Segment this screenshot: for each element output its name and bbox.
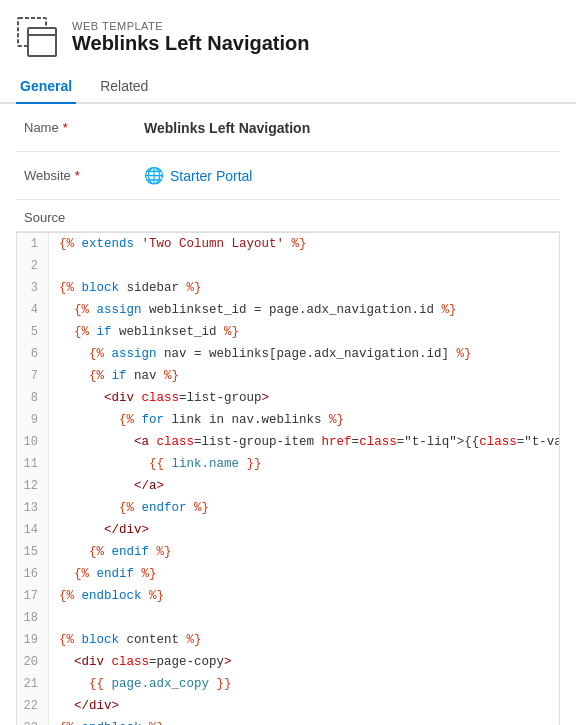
code-line: 13 {% endfor %} [17, 497, 559, 519]
line-number: 3 [17, 277, 49, 299]
line-content: </a> [49, 475, 559, 497]
line-number: 14 [17, 519, 49, 541]
entity-type-label: WEB TEMPLATE [72, 20, 309, 32]
website-field-row: Website* 🌐 Starter Portal [16, 152, 560, 200]
line-content: {% extends 'Two Column Layout' %} [49, 233, 559, 255]
code-line: 20 <div class=page-copy> [17, 651, 559, 673]
svg-rect-1 [28, 28, 56, 56]
code-line: 22 </div> [17, 695, 559, 717]
code-line: 9 {% for link in nav.weblinks %} [17, 409, 559, 431]
code-line: 17{% endblock %} [17, 585, 559, 607]
code-line: 6 {% assign nav = weblinks[page.adx_navi… [17, 343, 559, 365]
globe-icon: 🌐 [144, 166, 164, 185]
website-link[interactable]: Starter Portal [170, 168, 252, 184]
line-content: <div class=list-group> [49, 387, 559, 409]
line-number: 10 [17, 431, 49, 453]
code-line: 12 </a> [17, 475, 559, 497]
website-required-star: * [75, 168, 80, 183]
code-line: 16 {% endif %} [17, 563, 559, 585]
code-line: 1{% extends 'Two Column Layout' %} [17, 233, 559, 255]
website-value: 🌐 Starter Portal [144, 166, 252, 185]
code-line: 3{% block sidebar %} [17, 277, 559, 299]
line-content: {% for link in nav.weblinks %} [49, 409, 559, 431]
line-number: 1 [17, 233, 49, 255]
line-number: 9 [17, 409, 49, 431]
record-title: Weblinks Left Navigation [72, 32, 309, 55]
header-text: WEB TEMPLATE Weblinks Left Navigation [72, 20, 309, 55]
line-content [49, 607, 559, 629]
name-required-star: * [63, 120, 68, 135]
line-number: 21 [17, 673, 49, 695]
line-number: 8 [17, 387, 49, 409]
line-number: 18 [17, 607, 49, 629]
code-line: 19{% block content %} [17, 629, 559, 651]
website-label: Website* [24, 168, 144, 183]
line-content: {% assign weblinkset_id = page.adx_navig… [49, 299, 559, 321]
tab-related[interactable]: Related [96, 70, 152, 104]
line-number: 20 [17, 651, 49, 673]
line-number: 6 [17, 343, 49, 365]
line-number: 17 [17, 585, 49, 607]
code-line: 18 [17, 607, 559, 629]
line-number: 22 [17, 695, 49, 717]
code-line: 8 <div class=list-group> [17, 387, 559, 409]
code-line: 15 {% endif %} [17, 541, 559, 563]
code-line: 23{% endblock %} [17, 717, 559, 725]
line-content: </div> [49, 695, 559, 717]
tab-general[interactable]: General [16, 70, 76, 104]
line-number: 15 [17, 541, 49, 563]
page-header: WEB TEMPLATE Weblinks Left Navigation [0, 0, 576, 70]
line-number: 16 [17, 563, 49, 585]
line-content: {% endfor %} [49, 497, 559, 519]
line-number: 12 [17, 475, 49, 497]
line-content: {% endblock %} [49, 585, 559, 607]
form-section: Name* Weblinks Left Navigation Website* … [0, 104, 576, 200]
code-line: 4 {% assign weblinkset_id = page.adx_nav… [17, 299, 559, 321]
line-content: {% block content %} [49, 629, 559, 651]
name-label: Name* [24, 120, 144, 135]
line-content: {% assign nav = weblinks[page.adx_naviga… [49, 343, 559, 365]
code-line: 2 [17, 255, 559, 277]
web-template-icon [16, 16, 58, 58]
source-label: Source [16, 200, 560, 232]
line-content: <a class=list-group-item href=class="t-l… [49, 431, 560, 453]
tab-bar: General Related [0, 70, 576, 104]
line-content: <div class=page-copy> [49, 651, 559, 673]
line-content: {% endblock %} [49, 717, 559, 725]
code-line: 21 {{ page.adx_copy }} [17, 673, 559, 695]
line-number: 7 [17, 365, 49, 387]
line-content: {% if weblinkset_id %} [49, 321, 559, 343]
code-line: 14 </div> [17, 519, 559, 541]
line-content: {{ link.name }} [49, 453, 559, 475]
line-content: {% endif %} [49, 563, 559, 585]
line-content: {% block sidebar %} [49, 277, 559, 299]
code-line: 7 {% if nav %} [17, 365, 559, 387]
line-content: {% if nav %} [49, 365, 559, 387]
line-content: </div> [49, 519, 559, 541]
name-value: Weblinks Left Navigation [144, 120, 310, 136]
code-editor[interactable]: 1{% extends 'Two Column Layout' %}2 3{% … [16, 232, 560, 725]
line-content: {% endif %} [49, 541, 559, 563]
line-number: 13 [17, 497, 49, 519]
line-number: 11 [17, 453, 49, 475]
line-content [49, 255, 559, 277]
line-number: 2 [17, 255, 49, 277]
line-number: 23 [17, 717, 49, 725]
code-line: 5 {% if weblinkset_id %} [17, 321, 559, 343]
line-content: {{ page.adx_copy }} [49, 673, 559, 695]
code-line: 11 {{ link.name }} [17, 453, 559, 475]
name-field-row: Name* Weblinks Left Navigation [16, 104, 560, 152]
source-section: Source 1{% extends 'Two Column Layout' %… [0, 200, 576, 725]
line-number: 4 [17, 299, 49, 321]
line-number: 5 [17, 321, 49, 343]
code-line: 10 <a class=list-group-item href=class="… [17, 431, 559, 453]
line-number: 19 [17, 629, 49, 651]
